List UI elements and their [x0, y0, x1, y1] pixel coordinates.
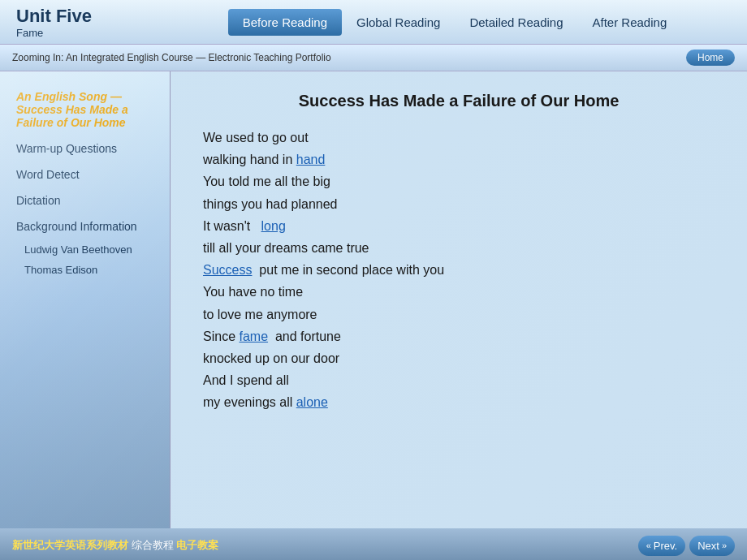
sidebar-item-dictation[interactable]: Dictation [0, 187, 170, 213]
poem-line-5: It wasn't long [203, 215, 715, 237]
next-button[interactable]: Next » [689, 536, 735, 556]
header: Unit Five Fame Before Reading Global Rea… [0, 0, 747, 45]
unit-name: Unit Five [16, 6, 171, 27]
poem-line-7: Success put me in second place with you [203, 259, 715, 281]
line-7-highlight[interactable]: Success [203, 263, 252, 277]
line-13-highlight[interactable]: alone [296, 395, 328, 409]
poem-line-12: And I spend all [203, 369, 715, 391]
prev-button[interactable]: « Prev. [638, 536, 686, 556]
line-7-after: put me in second place with you [252, 263, 444, 277]
poem-line-11: knocked up on our door [203, 347, 715, 369]
line-6-text: till all your dreams came true [203, 241, 369, 255]
sidebar-item-song[interactable]: An English Song — Success Has Made a Fai… [0, 84, 170, 136]
nav-tabs: Before Reading Global Reading Detailed R… [171, 9, 739, 36]
poem-line-8: You have no time [203, 281, 715, 303]
footer: 新世纪大学英语系列教材 综合教程 电子教案 « Prev. Next » [0, 528, 747, 560]
line-5-highlight[interactable]: long [261, 219, 286, 233]
poem-line-2: walking hand in hand [203, 149, 715, 170]
line-2-highlight[interactable]: hand [296, 153, 326, 166]
next-label: Next [697, 540, 719, 552]
tab-detailed-reading[interactable]: Detailed Reading [455, 9, 577, 36]
unit-subtitle: Fame [16, 27, 171, 39]
poem-container: Success Has Made a Failure of Our Home W… [203, 92, 715, 413]
tab-global-reading[interactable]: Global Reading [342, 9, 455, 36]
content-area: Success Has Made a Failure of Our Home W… [171, 71, 747, 528]
sidebar-item-edison[interactable]: Thomas Edison [0, 260, 170, 280]
sidebar-item-beethoven[interactable]: Ludwig Van Beethoven [0, 239, 170, 260]
footer-text-1: 新世纪大学英语系列教材 [12, 539, 128, 551]
breadcrumb-text: Zooming In: An Integrated English Course… [12, 52, 331, 63]
line-10-text: Since [203, 330, 239, 343]
sidebar-item-word-detect[interactable]: Word Detect [0, 162, 170, 187]
poem-title: Success Has Made a Failure of Our Home [203, 92, 715, 110]
poem-line-1: We used to go out [203, 127, 715, 149]
line-9-text: to love me anymore [203, 308, 317, 321]
line-12-text: And I spend all [203, 373, 289, 387]
line-5-text: It wasn't [203, 219, 261, 233]
sidebar-song-label: An English Song — [16, 90, 122, 103]
line-13-text: my evenings all [203, 395, 296, 409]
sidebar-item-warmup[interactable]: Warm-up Questions [0, 136, 170, 162]
sidebar-item-background[interactable]: Background Information [0, 213, 170, 239]
poem-line-6: till all your dreams came true [203, 237, 715, 259]
line-4-text: things you had planned [203, 197, 337, 211]
nav-buttons: « Prev. Next » [638, 536, 735, 556]
tab-after-reading[interactable]: After Reading [578, 9, 682, 36]
footer-text-3: 电子教案 [176, 539, 218, 551]
line-2-text: walking hand in [203, 153, 296, 166]
prev-label: Prev. [654, 540, 677, 552]
main-area: An English Song — Success Has Made a Fai… [0, 71, 747, 528]
footer-text-2: 综合教程 [132, 539, 174, 551]
line-11-text: knocked up on our door [203, 351, 339, 365]
poem-line-13: my evenings all alone [203, 391, 715, 413]
unit-title: Unit Five Fame [8, 6, 171, 39]
line-10-after: and fortune [268, 330, 341, 343]
poem-line-4: things you had planned [203, 193, 715, 215]
sidebar-song-sub: Success Has Made a Failure of Our Home [16, 103, 128, 129]
next-arrow-icon: » [722, 541, 727, 550]
line-3-text: You told me all the big [203, 174, 330, 188]
line-10-highlight[interactable]: fame [239, 330, 268, 343]
footer-text: 新世纪大学英语系列教材 综合教程 电子教案 [12, 538, 218, 553]
prev-arrow-icon: « [646, 541, 651, 550]
line-1-text: We used to go out [203, 131, 309, 144]
line-8-text: You have no time [203, 285, 303, 299]
breadcrumb: Zooming In: An Integrated English Course… [0, 45, 747, 71]
sidebar: An English Song — Success Has Made a Fai… [0, 71, 171, 528]
poem-line-10: Since fame and fortune [203, 325, 715, 347]
tab-before-reading[interactable]: Before Reading [228, 9, 342, 36]
home-button[interactable]: Home [686, 50, 735, 66]
poem-line-9: to love me anymore [203, 304, 715, 325]
poem-line-3: You told me all the big [203, 170, 715, 192]
